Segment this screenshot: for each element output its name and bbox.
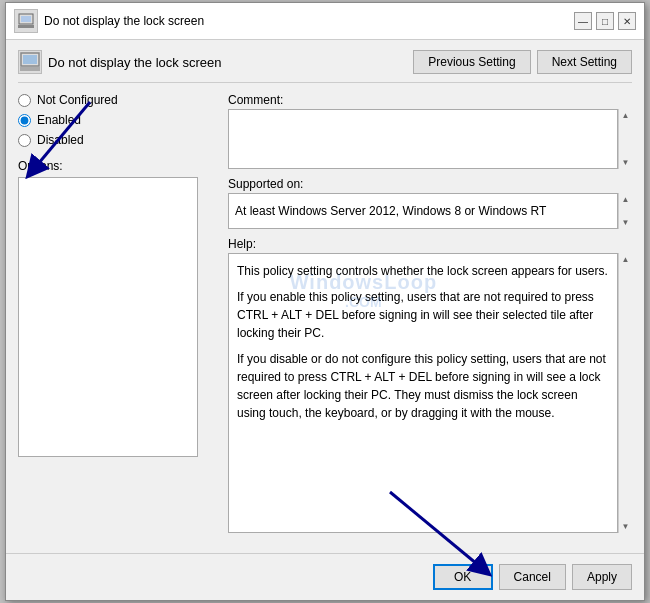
help-scroll-up-icon[interactable]: ▲ xyxy=(622,255,630,264)
left-panel: Not Configured Enabled Disabled Options: xyxy=(18,93,218,533)
disabled-radio[interactable]: Disabled xyxy=(18,133,218,147)
help-box: This policy setting controls whether the… xyxy=(228,253,618,533)
scroll-up-icon[interactable]: ▲ xyxy=(622,111,630,120)
ok-button[interactable]: OK xyxy=(433,564,493,590)
title-bar-controls: — □ ✕ xyxy=(574,12,636,30)
apply-button[interactable]: Apply xyxy=(572,564,632,590)
bottom-bar: OK Cancel Apply xyxy=(6,553,644,600)
comment-scrollbar[interactable]: ▲ ▼ xyxy=(618,109,632,169)
supported-text: At least Windows Server 2012, Windows 8 … xyxy=(235,204,546,218)
scroll-down-icon[interactable]: ▼ xyxy=(622,158,630,167)
svg-rect-1 xyxy=(21,16,31,22)
help-scrollbar[interactable]: ▲ ▼ xyxy=(618,253,632,533)
top-bar: Do not display the lock screen Previous … xyxy=(18,50,632,83)
title-bar-text: Do not display the lock screen xyxy=(44,14,568,28)
top-bar-title: Do not display the lock screen xyxy=(18,50,221,74)
disabled-input[interactable] xyxy=(18,134,31,147)
enabled-radio[interactable]: Enabled xyxy=(18,113,218,127)
supported-box: At least Windows Server 2012, Windows 8 … xyxy=(228,193,618,229)
supported-scroll-down-icon[interactable]: ▼ xyxy=(622,218,630,227)
setting-icon xyxy=(18,50,42,74)
svg-rect-2 xyxy=(18,25,34,28)
help-label: Help: xyxy=(228,237,632,251)
help-section: Help: This policy setting controls wheth… xyxy=(228,237,632,533)
help-scroll-down-icon[interactable]: ▼ xyxy=(622,522,630,531)
top-buttons: Previous Setting Next Setting xyxy=(413,50,632,74)
minimize-button[interactable]: — xyxy=(574,12,592,30)
right-panel: Comment: ▲ ▼ Supported on: xyxy=(228,93,632,533)
radio-group: Not Configured Enabled Disabled xyxy=(18,93,218,147)
supported-scrollbar[interactable]: ▲ ▼ xyxy=(618,193,632,229)
help-para-3: If you disable or do not configure this … xyxy=(237,350,609,422)
window-icon xyxy=(14,9,38,33)
help-para-2: If you enable this policy setting, users… xyxy=(237,288,609,342)
not-configured-radio[interactable]: Not Configured xyxy=(18,93,218,107)
previous-setting-button[interactable]: Previous Setting xyxy=(413,50,530,74)
options-box xyxy=(18,177,198,457)
comment-textarea[interactable] xyxy=(228,109,618,169)
supported-section: Supported on: At least Windows Server 20… xyxy=(228,177,632,229)
next-setting-button[interactable]: Next Setting xyxy=(537,50,632,74)
main-window: Do not display the lock screen — □ ✕ xyxy=(5,2,645,601)
comment-label: Comment: xyxy=(228,93,632,107)
maximize-button[interactable]: □ xyxy=(596,12,614,30)
enabled-input[interactable] xyxy=(18,114,31,127)
win8-link[interactable]: Windows 8 xyxy=(402,204,461,218)
help-para-1: This policy setting controls whether the… xyxy=(237,262,609,280)
main-area: Not Configured Enabled Disabled Options: xyxy=(18,93,632,533)
supported-label: Supported on: xyxy=(228,177,632,191)
title-bar: Do not display the lock screen — □ ✕ xyxy=(6,3,644,40)
options-label: Options: xyxy=(18,159,218,173)
supported-scroll-up-icon[interactable]: ▲ xyxy=(622,195,630,204)
setting-title: Do not display the lock screen xyxy=(48,55,221,70)
svg-rect-4 xyxy=(23,55,37,64)
comment-section: Comment: ▲ ▼ xyxy=(228,93,632,169)
cancel-button[interactable]: Cancel xyxy=(499,564,566,590)
content-area: Do not display the lock screen Previous … xyxy=(6,40,644,543)
close-button[interactable]: ✕ xyxy=(618,12,636,30)
svg-rect-5 xyxy=(20,67,40,71)
not-configured-input[interactable] xyxy=(18,94,31,107)
